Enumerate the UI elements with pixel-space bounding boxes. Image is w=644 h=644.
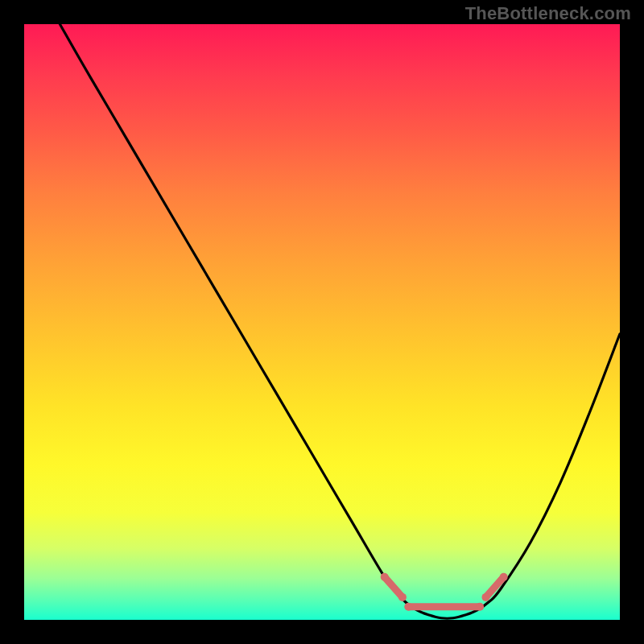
svg-point-8 [500, 573, 508, 581]
chart-frame: TheBottleneck.com [0, 0, 644, 644]
svg-line-0 [385, 577, 402, 597]
plot-area [24, 24, 620, 620]
bottom-highlight [381, 573, 508, 611]
svg-point-1 [381, 573, 389, 581]
bottleneck-curve [60, 24, 620, 618]
svg-point-2 [398, 593, 407, 601]
svg-point-5 [476, 603, 484, 611]
svg-point-7 [482, 593, 490, 601]
watermark-text: TheBottleneck.com [465, 3, 631, 24]
curve-svg [24, 24, 620, 620]
svg-point-4 [404, 603, 412, 611]
